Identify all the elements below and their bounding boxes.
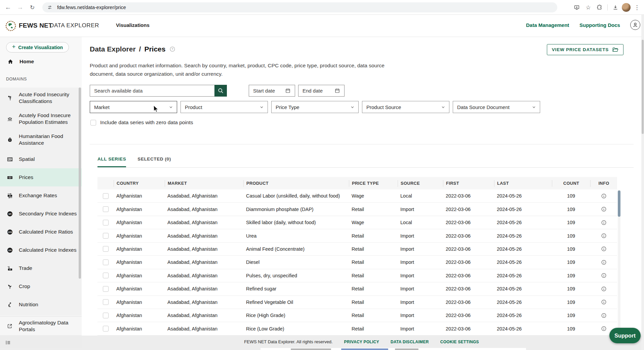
table-scrollbar[interactable] bbox=[618, 190, 620, 335]
table-scrollbar-thumb[interactable] bbox=[618, 190, 620, 217]
sidebar-item-calculated-price-indexes[interactable]: Calculated Price Indexes bbox=[0, 241, 82, 259]
search-icon bbox=[217, 88, 224, 94]
footer-link-cookie-settings[interactable]: COOKIE SETTINGS bbox=[440, 340, 479, 344]
info-icon[interactable] bbox=[601, 286, 607, 292]
row-checkbox[interactable] bbox=[103, 246, 109, 252]
table-row: AfghanistanAsadabad, AfghanistanPulses, … bbox=[97, 269, 617, 282]
info-icon[interactable] bbox=[601, 193, 607, 199]
sidebar-item-spatial[interactable]: Spatial bbox=[0, 150, 82, 168]
breadcrumb-root[interactable]: Data Explorer bbox=[90, 45, 136, 53]
row-checkbox[interactable] bbox=[103, 233, 109, 239]
end-date-field[interactable]: End date bbox=[298, 85, 345, 97]
info-icon[interactable] bbox=[601, 313, 607, 318]
tab-all-series[interactable]: ALL SERIES bbox=[97, 156, 126, 167]
bookmark-star-icon[interactable]: ☆ bbox=[583, 2, 593, 12]
row-checkbox[interactable] bbox=[103, 259, 109, 265]
chevron-down-icon bbox=[441, 105, 446, 110]
sidebar-item-humanitarian-food-assistance[interactable]: Humanitarian Food Assistance bbox=[0, 129, 82, 150]
filter-row: MarketProductPrice TypeProduct SourceDat… bbox=[90, 101, 540, 113]
row-checkbox[interactable] bbox=[103, 193, 109, 199]
sidebar-item-crop[interactable]: Crop bbox=[0, 277, 82, 295]
tab-selected-0-[interactable]: SELECTED (0) bbox=[137, 156, 171, 167]
search-input[interactable]: Search available data bbox=[90, 85, 214, 97]
sidebar-item-nutrition[interactable]: Nutrition bbox=[0, 295, 82, 314]
zero-data-checkbox[interactable] bbox=[90, 120, 96, 126]
info-icon[interactable] bbox=[601, 326, 607, 331]
row-checkbox[interactable] bbox=[103, 326, 109, 331]
start-date-field[interactable]: Start date bbox=[249, 85, 295, 97]
info-icon[interactable] bbox=[601, 259, 607, 265]
info-icon[interactable] bbox=[601, 299, 607, 305]
filter-select-data-source-document[interactable]: Data Source Document bbox=[453, 101, 540, 113]
extensions-icon[interactable] bbox=[595, 2, 605, 12]
filter-select-product[interactable]: Product bbox=[180, 101, 268, 113]
sidebar-item-acutely-food-insecure-population-estimates[interactable]: Acutely Food Insecure Population Estimat… bbox=[0, 108, 82, 129]
browser-profile-avatar[interactable] bbox=[622, 3, 631, 12]
column-header-count: COUNT bbox=[552, 180, 590, 187]
filter-select-product-source[interactable]: Product Source bbox=[362, 101, 449, 113]
chevron-down-icon bbox=[531, 105, 536, 110]
cell-product: Rice (Low Grade) bbox=[243, 326, 349, 331]
nav-visualizations[interactable]: Visualizations bbox=[116, 22, 150, 28]
row-checkbox[interactable] bbox=[103, 299, 109, 305]
filter-select-price-type[interactable]: Price Type bbox=[271, 101, 359, 113]
help-icon[interactable] bbox=[169, 46, 175, 52]
account-button[interactable] bbox=[630, 20, 640, 30]
row-checkbox[interactable] bbox=[103, 206, 109, 212]
sidebar-item-acute-food-insecurity-classifications[interactable]: Acute Food Insecurity Classifications bbox=[0, 88, 82, 108]
row-checkbox[interactable] bbox=[103, 313, 109, 318]
browser-back-button[interactable]: ← bbox=[3, 0, 13, 15]
row-checkbox[interactable] bbox=[103, 273, 109, 278]
install-icon[interactable] bbox=[572, 2, 582, 12]
downloads-icon[interactable] bbox=[610, 2, 620, 12]
info-icon[interactable] bbox=[601, 206, 607, 212]
cell-last: 2024-05-26 bbox=[494, 326, 552, 331]
cell-product: Pulses, dry, unspecified bbox=[243, 273, 349, 278]
collapse-sidebar-icon[interactable] bbox=[5, 339, 11, 346]
cell-first: 2022-03-06 bbox=[443, 259, 494, 265]
info-icon[interactable] bbox=[601, 273, 607, 278]
row-checkbox[interactable] bbox=[103, 286, 109, 292]
sidebar-scrollbar[interactable] bbox=[79, 88, 81, 279]
cell-last: 2024-05-26 bbox=[494, 220, 552, 225]
column-header-last: LAST bbox=[494, 180, 552, 187]
address-bar[interactable]: fdw.fews.net/data-explorer/price bbox=[42, 2, 557, 12]
sidebar-item-exchange-rates[interactable]: Exchange Rates bbox=[0, 186, 82, 205]
row-checkbox[interactable] bbox=[103, 220, 109, 225]
table-row: AfghanistanAsadabad, AfghanistanRice (Hi… bbox=[97, 309, 617, 322]
footer-link-data-disclaimer[interactable]: DATA DISCLAIMER bbox=[391, 340, 429, 344]
site-info-icon[interactable] bbox=[47, 5, 52, 10]
sidebar-item-secondary-price-indexes[interactable]: Secondary Price Indexes bbox=[0, 205, 82, 223]
page-scrollbar-thumb[interactable] bbox=[642, 40, 644, 134]
page-scrollbar[interactable] bbox=[641, 15, 644, 350]
column-header-first: FIRST bbox=[443, 180, 494, 187]
filter-select-market[interactable]: Market bbox=[90, 101, 177, 113]
link-supporting-docs[interactable]: Supporting Docs bbox=[579, 22, 620, 28]
search-button[interactable] bbox=[214, 85, 227, 97]
browser-forward-button[interactable]: → bbox=[15, 0, 26, 15]
browser-menu-icon[interactable]: ⋮ bbox=[632, 2, 642, 12]
chevron-down-icon bbox=[168, 105, 173, 110]
sidebar-item-prices[interactable]: Prices bbox=[0, 168, 82, 186]
info-icon[interactable] bbox=[601, 220, 607, 225]
link-data-management[interactable]: Data Management bbox=[526, 22, 569, 28]
footer-link-privacy-policy[interactable]: PRIVACY POLICY bbox=[344, 340, 379, 344]
sidebar-item-home[interactable]: Home bbox=[0, 56, 82, 67]
sidebar-item-agroclimatology-data-portals[interactable]: Agroclimatology Data Portals bbox=[0, 316, 82, 335]
info-icon[interactable] bbox=[601, 233, 607, 239]
browser-refresh-button[interactable]: ↻ bbox=[27, 0, 38, 15]
support-button[interactable]: Support bbox=[609, 328, 641, 343]
table-row: AfghanistanAsadabad, AfghanistanAnimal F… bbox=[97, 243, 617, 256]
domains-section-label: DOMAINS bbox=[6, 77, 27, 81]
sidebar-item-trade[interactable]: Trade bbox=[0, 259, 82, 277]
chevron-down-icon bbox=[259, 105, 264, 110]
sidebar-item-calculated-price-ratios[interactable]: Calculated Price Ratios bbox=[0, 223, 82, 241]
fews-net-logo[interactable] bbox=[5, 21, 16, 31]
cell-source: Import bbox=[398, 286, 443, 291]
cell-last: 2024-05-26 bbox=[494, 313, 552, 318]
view-price-datasets-button[interactable]: VIEW PRICE DATASETS bbox=[547, 44, 623, 55]
info-icon[interactable] bbox=[601, 246, 607, 252]
cell-first: 2022-03-06 bbox=[443, 326, 494, 331]
create-visualization-button[interactable]: + Create Visualization bbox=[6, 42, 69, 53]
select-all-column bbox=[97, 180, 114, 187]
